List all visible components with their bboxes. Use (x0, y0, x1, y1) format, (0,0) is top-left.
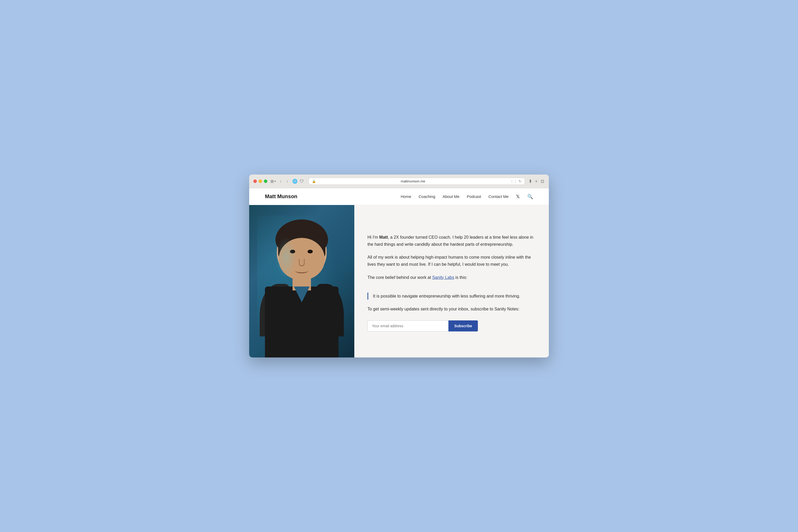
browser-chrome: ⊞ ▾ ‹ › 🌐 🛡 🔒 mattmunson.me ⋮⋮ ↻ ⬆ + ⊡ (249, 174, 549, 188)
nav-contact[interactable]: Contact Me (488, 194, 509, 199)
forward-button[interactable]: › (285, 178, 289, 184)
face-light (276, 236, 297, 279)
url-text: mattmunson.me (318, 179, 509, 183)
intro-suffix: , a 2X founder turned CEO coach. I help … (367, 235, 533, 247)
browser-actions: ⬆ + ⊡ (528, 178, 545, 184)
privacy-icon: 🌐 (292, 179, 298, 184)
para2: All of my work is about helping high-imp… (367, 254, 536, 268)
address-bar-icons: ⋮⋮ ↻ (510, 179, 521, 183)
subscribe-button[interactable]: Subscribe (449, 320, 478, 331)
hero-image (249, 205, 354, 358)
maximize-button[interactable] (264, 179, 267, 183)
back-button[interactable]: ‹ (279, 178, 282, 184)
navigation: Matt Munson Home Coaching About Me Podca… (249, 188, 549, 205)
email-input[interactable] (367, 320, 449, 331)
browser-window: ⊞ ▾ ‹ › 🌐 🛡 🔒 mattmunson.me ⋮⋮ ↻ ⬆ + ⊡ (249, 174, 549, 358)
person-eye-right (307, 250, 313, 253)
hero-section: Hi I'm Matt, a 2X founder turned CEO coa… (249, 205, 549, 358)
nav-about[interactable]: About Me (443, 194, 459, 199)
person-nose (299, 259, 305, 266)
cta-text: To get semi-weekly updates sent directly… (367, 305, 536, 312)
nav-links: Home Coaching About Me Podcast Contact M… (401, 194, 533, 200)
close-button[interactable] (253, 179, 257, 183)
shield-icon: 🛡 (300, 179, 304, 184)
sidebar-button[interactable]: ⊞ ▾ (270, 179, 276, 184)
traffic-lights (253, 179, 267, 183)
website-content: Matt Munson Home Coaching About Me Podca… (249, 188, 549, 358)
share-button[interactable]: ⬆ (528, 178, 533, 184)
intro-name: Matt (379, 235, 388, 240)
site-brand[interactable]: Matt Munson (265, 193, 297, 200)
nav-coaching[interactable]: Coaching (418, 194, 435, 199)
intro-paragraph: Hi I'm Matt, a 2X founder turned CEO coa… (367, 234, 536, 248)
lock-icon: 🔒 (312, 179, 316, 183)
para3: The core belief behind our work at Sanit… (367, 274, 536, 281)
hero-content: Hi I'm Matt, a 2X founder turned CEO coa… (354, 205, 549, 358)
nav-podcast[interactable]: Podcast (467, 194, 481, 199)
new-tab-button[interactable]: + (535, 178, 538, 184)
twitter-icon[interactable]: 𝕏 (516, 194, 520, 200)
address-bar[interactable]: 🔒 mattmunson.me ⋮⋮ ↻ (309, 178, 525, 185)
person-smile (295, 268, 308, 273)
para3-suffix: is this: (454, 275, 467, 280)
chevron-right-icon: › (286, 179, 288, 184)
para3-prefix: The core belief behind our work at (367, 275, 432, 280)
subscribe-form: Subscribe (367, 320, 478, 331)
search-icon[interactable]: 🔍 (527, 194, 533, 200)
intro-prefix: Hi I'm (367, 235, 379, 240)
person-figure (257, 215, 346, 358)
sidebar-icon: ⊞ (270, 179, 274, 184)
chevron-left-icon: ‹ (280, 179, 281, 184)
tabs-button[interactable]: ⊡ (540, 178, 545, 184)
nav-home[interactable]: Home (401, 194, 411, 199)
refresh-icon[interactable]: ↻ (518, 179, 521, 183)
reader-icon: ⋮⋮ (510, 179, 517, 183)
person-vneck (294, 286, 310, 302)
blockquote: It is possible to navigate entrepreneurs… (367, 292, 536, 300)
sanity-labs-link[interactable]: Sanity Labs (432, 275, 454, 280)
chevron-down-icon: ▾ (274, 180, 276, 183)
minimize-button[interactable] (259, 179, 262, 183)
